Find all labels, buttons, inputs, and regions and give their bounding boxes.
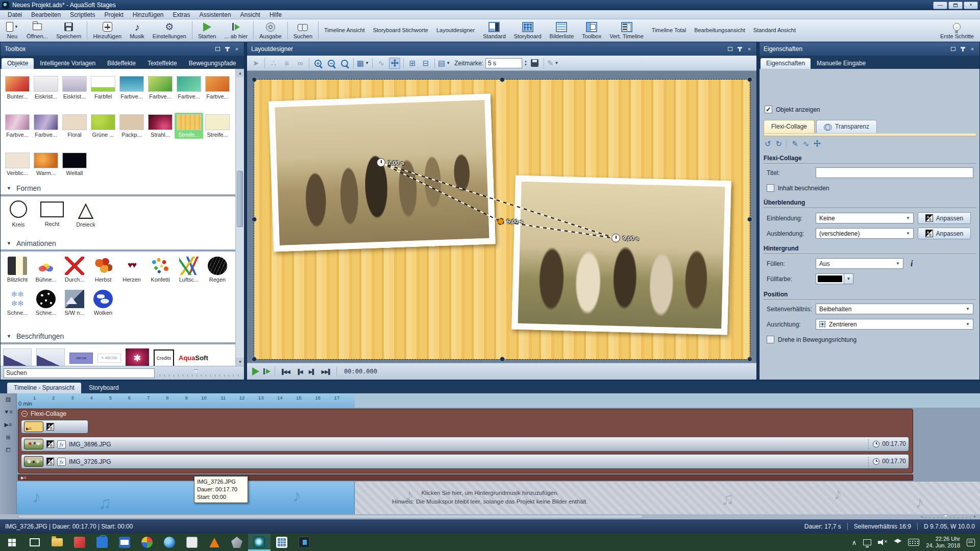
pan-move-icon[interactable]: [389, 58, 400, 69]
add-button[interactable]: Hinzufügen: [89, 20, 126, 41]
remove-frame-icon[interactable]: ⊟: [420, 58, 431, 69]
resize-handle-e[interactable]: [747, 217, 752, 222]
animation-item[interactable]: Herbst: [89, 257, 117, 283]
background-item[interactable]: Grüne ...: [89, 114, 117, 139]
animation-item[interactable]: Luftsc...: [175, 257, 203, 283]
panel-close-icon[interactable]: ×: [969, 46, 975, 52]
tab-bewegungspfade[interactable]: Bewegungspfade: [183, 58, 242, 69]
panel-restore-icon[interactable]: [214, 46, 220, 52]
resize-handle-sw[interactable]: [252, 357, 257, 362]
animation-item[interactable]: Regen: [203, 257, 232, 283]
dropbox-icon[interactable]: [894, 539, 901, 546]
background-item[interactable]: Strahl...: [146, 114, 175, 139]
start-button[interactable]: [0, 534, 23, 551]
panel-pin-icon[interactable]: [960, 46, 966, 52]
add-frame-icon[interactable]: ⊞: [407, 58, 418, 69]
network-icon[interactable]: [863, 539, 871, 545]
resize-handle-n[interactable]: [500, 77, 505, 82]
menu-item[interactable]: Projekt: [100, 11, 128, 18]
background-item[interactable]: Farbve...: [117, 76, 146, 99]
music-track[interactable]: ♪ ♫ ♪ ♫ ♪ ♪ ♪ ♫ ♪ Klicken Sie hier, um H…: [17, 482, 980, 514]
zoom-fit-icon[interactable]: [339, 58, 350, 69]
resize-handle-ne[interactable]: [747, 77, 752, 82]
animation-item[interactable]: Blitzlicht: [3, 257, 32, 283]
design-canvas[interactable]: 7,00 s 5,00 s 9,00 s: [254, 80, 750, 359]
tab-texteffekte[interactable]: Texteffekte: [142, 58, 183, 69]
zoom-minus-icon[interactable]: −: [920, 514, 923, 519]
background-item[interactable]: Streife...: [203, 114, 232, 139]
flexi-collage-clip[interactable]: [21, 420, 88, 434]
zoom-slider-thumb[interactable]: [944, 514, 948, 518]
add-track-icon[interactable]: ⊞: [6, 435, 10, 440]
zeitmarke-input[interactable]: [485, 58, 522, 68]
photo-img-3696[interactable]: [268, 93, 496, 252]
slider-thumb[interactable]: [194, 369, 199, 373]
pan-zoom-icon[interactable]: [814, 140, 821, 148]
preview-play-from-here-icon[interactable]: [263, 368, 271, 374]
search-input[interactable]: [4, 368, 155, 378]
fuellen-select[interactable]: Aus▼: [816, 258, 903, 269]
seitenverhaeltnis-select[interactable]: Beibehalten▼: [816, 304, 973, 314]
monitor-icon[interactable]: ▤▼: [438, 58, 450, 69]
einblendung-anpassen-button[interactable]: Anpassen: [918, 212, 971, 224]
animation-item[interactable]: Konfetti: [146, 257, 175, 283]
jump-end-icon[interactable]: ▶▶▌: [321, 369, 332, 374]
menu-item[interactable]: Assistenten: [195, 11, 236, 18]
step-back-icon[interactable]: ▐◀: [295, 369, 304, 374]
inhalt-beschneiden-checkbox[interactable]: ✓: [767, 184, 774, 192]
background-item[interactable]: Eiskrist...: [32, 76, 60, 99]
tab-objekte[interactable]: Objekte: [2, 58, 34, 69]
fill-color-dropdown[interactable]: ▼: [844, 273, 853, 284]
ausrichtung-select[interactable]: Zentrieren▼: [816, 319, 973, 330]
background-item[interactable]: Farbve...: [146, 76, 175, 99]
start-button[interactable]: Starten: [194, 20, 220, 41]
background-item[interactable]: Packp...: [117, 114, 146, 139]
tab-timeline-spuransicht[interactable]: Timeline - Spuransicht: [7, 383, 81, 393]
animation-item[interactable]: Schne...: [32, 290, 60, 316]
menu-item[interactable]: Hinzufügen: [128, 11, 168, 18]
subtab-flexi-collage[interactable]: Flexi-Collage: [764, 120, 815, 133]
ausblendung-anpassen-button[interactable]: Anpassen: [918, 228, 971, 239]
timeline-ruler[interactable]: 1234567891011121314151617 0 min: [17, 393, 980, 408]
caption-item[interactable]: ✱: [126, 348, 149, 366]
resize-handle-nw[interactable]: [252, 77, 257, 82]
timeline-view-button[interactable]: Timeline Ansicht: [320, 20, 369, 41]
open-button[interactable]: Öffnen...: [22, 20, 52, 41]
scroll-up-icon[interactable]: ▲: [236, 69, 244, 77]
save-button[interactable]: Speichern: [52, 20, 86, 41]
task-view-button[interactable]: [23, 534, 46, 551]
titel-input[interactable]: [816, 167, 973, 178]
image-list-button[interactable]: Bilderliste: [546, 20, 578, 41]
taskbar-app-mail[interactable]: [113, 534, 136, 551]
menu-item[interactable]: Extras: [168, 11, 195, 18]
resize-handle-w[interactable]: [252, 217, 257, 222]
layers-icon[interactable]: ≡: [281, 58, 292, 69]
scroll-down-icon[interactable]: ▼: [236, 358, 244, 366]
rotate-right-icon[interactable]: ↻: [776, 139, 782, 148]
keyframe-marker-7s[interactable]: 7,00 s: [377, 158, 404, 167]
section-header-animationen[interactable]: ▼Animationen: [1, 239, 244, 249]
caption-item[interactable]: AquaSoft: [179, 348, 208, 366]
tab-intelligente-vorlagen[interactable]: Intelligente Vorlagen: [34, 58, 101, 69]
animation-item[interactable]: Wolken: [89, 290, 117, 316]
path-points-icon[interactable]: ∴: [268, 58, 279, 69]
timeline-horizontal-scrollbar[interactable]: [18, 515, 643, 519]
tab-storyboard[interactable]: Storyboard: [82, 383, 126, 393]
edit-pencil-icon[interactable]: ✎: [792, 139, 798, 148]
taskbar-app-browser[interactable]: [158, 534, 181, 551]
caption-item[interactable]: [3, 348, 32, 366]
background-item[interactable]: Bunter...: [3, 76, 32, 99]
step-forward-icon[interactable]: ▶▌: [308, 369, 316, 374]
preview-play-icon[interactable]: [252, 367, 259, 375]
drehe-checkbox[interactable]: ✓: [767, 336, 774, 343]
shape-item-dreieck[interactable]: △Dreieck: [70, 201, 101, 228]
resize-handle-se[interactable]: [747, 357, 752, 362]
shape-item-recht[interactable]: Recht: [37, 201, 67, 228]
animation-item[interactable]: ♥♥Herzen: [117, 257, 146, 283]
music-button[interactable]: ♪ Musik: [126, 20, 149, 41]
layoutdesigner-button[interactable]: Layoutdesigner: [432, 20, 479, 41]
caption-item[interactable]: ✎ ABCDE: [97, 348, 121, 366]
menu-item[interactable]: Bearbeiten: [27, 11, 65, 18]
panel-restore-icon[interactable]: [727, 46, 733, 52]
panel-restore-icon[interactable]: [950, 46, 956, 52]
